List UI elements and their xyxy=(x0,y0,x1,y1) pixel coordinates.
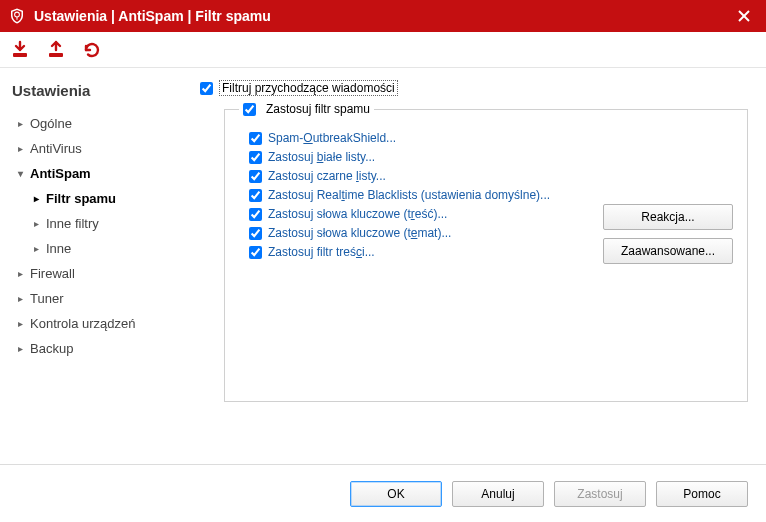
help-button[interactable]: Pomoc xyxy=(656,481,748,507)
app-shield-icon xyxy=(8,7,26,25)
nav-item-label: Filtr spamu xyxy=(46,191,116,206)
nav-item-og-lne[interactable]: ▸Ogólne xyxy=(12,111,178,136)
outbreak-shield-link[interactable]: Spam-OutbreakShield... xyxy=(268,131,396,145)
keywords-body-checkbox[interactable] xyxy=(249,208,262,221)
nav-item-label: Backup xyxy=(30,341,73,356)
rtbl-link[interactable]: Zastosuj Realtime Blacklists (ustawienia… xyxy=(268,188,550,202)
nav-item-label: Kontrola urządzeń xyxy=(30,316,136,331)
content-filter-link[interactable]: Zastosuj filtr treści... xyxy=(268,245,375,259)
svg-rect-4 xyxy=(13,53,27,57)
rtbl-checkbox[interactable] xyxy=(249,189,262,202)
sidebar: Ustawienia ▸Ogólne▸AntiVirus▾AntiSpam▸Fi… xyxy=(0,68,190,464)
window-title: Ustawienia | AntiSpam | Filtr spamu xyxy=(34,8,730,24)
nav-item-kontrola-urz-dze-[interactable]: ▸Kontrola urządzeń xyxy=(12,311,178,336)
keywords-subject-checkbox[interactable] xyxy=(249,227,262,240)
chevron-right-icon: ▸ xyxy=(30,243,42,254)
nav-item-firewall[interactable]: ▸Firewall xyxy=(12,261,178,286)
apply-button[interactable]: Zastosuj xyxy=(554,481,646,507)
chevron-right-icon: ▸ xyxy=(30,218,42,229)
svg-rect-1 xyxy=(16,17,17,20)
toolbar xyxy=(0,32,766,68)
reaction-button[interactable]: Reakcja... xyxy=(603,204,733,230)
nav-item-label: Firewall xyxy=(30,266,75,281)
chevron-right-icon: ▸ xyxy=(14,343,26,354)
nav-item-antispam[interactable]: ▾AntiSpam xyxy=(12,161,178,186)
nav-item-label: AntiSpam xyxy=(30,166,91,181)
keywords-subject-link[interactable]: Zastosuj słowa kluczowe (temat)... xyxy=(268,226,451,240)
nav-item-label: Ogólne xyxy=(30,116,72,131)
chevron-right-icon: ▸ xyxy=(14,293,26,304)
nav-item-label: Inne xyxy=(46,241,71,256)
nav-item-inne[interactable]: ▸Inne xyxy=(12,236,178,261)
titlebar: Ustawienia | AntiSpam | Filtr spamu xyxy=(0,0,766,32)
nav-item-label: AntiVirus xyxy=(30,141,82,156)
filter-incoming-checkbox[interactable] xyxy=(200,82,213,95)
keywords-body-link[interactable]: Zastosuj słowa kluczowe (treść)... xyxy=(268,207,447,221)
chevron-right-icon: ▸ xyxy=(14,143,26,154)
export-icon[interactable] xyxy=(44,38,68,62)
nav-item-tuner[interactable]: ▸Tuner xyxy=(12,286,178,311)
nav-item-antivirus[interactable]: ▸AntiVirus xyxy=(12,136,178,161)
whitelist-checkbox[interactable] xyxy=(249,151,262,164)
spam-filter-group: Zastosuj filtr spamu Spam-OutbreakShield… xyxy=(224,102,748,402)
blacklist-checkbox[interactable] xyxy=(249,170,262,183)
nav-item-inne-filtry[interactable]: ▸Inne filtry xyxy=(12,211,178,236)
apply-spam-filter-legend[interactable]: Zastosuj filtr spamu xyxy=(243,102,370,116)
apply-spam-filter-checkbox[interactable] xyxy=(243,103,256,116)
svg-rect-5 xyxy=(49,53,63,57)
close-button[interactable] xyxy=(730,2,758,30)
chevron-right-icon: ▸ xyxy=(14,318,26,329)
reset-icon[interactable] xyxy=(80,38,104,62)
advanced-button[interactable]: Zaawansowane... xyxy=(603,238,733,264)
content-panel: Filtruj przychodzące wiadomości Zastosuj… xyxy=(190,68,766,464)
outbreak-shield-checkbox[interactable] xyxy=(249,132,262,145)
nav-item-label: Tuner xyxy=(30,291,63,306)
import-icon[interactable] xyxy=(8,38,32,62)
nav-item-backup[interactable]: ▸Backup xyxy=(12,336,178,361)
ok-button[interactable]: OK xyxy=(350,481,442,507)
nav-item-label: Inne filtry xyxy=(46,216,99,231)
sidebar-heading: Ustawienia xyxy=(12,82,178,99)
chevron-right-icon: ▸ xyxy=(14,118,26,129)
body: Ustawienia ▸Ogólne▸AntiVirus▾AntiSpam▸Fi… xyxy=(0,68,766,464)
dialog-footer: OK Anuluj Zastosuj Pomoc xyxy=(0,464,766,522)
filter-incoming-label[interactable]: Filtruj przychodzące wiadomości xyxy=(219,80,398,96)
content-filter-checkbox[interactable] xyxy=(249,246,262,259)
apply-spam-filter-label: Zastosuj filtr spamu xyxy=(266,102,370,116)
blacklist-link[interactable]: Zastosuj czarne listy... xyxy=(268,169,386,183)
chevron-down-icon: ▾ xyxy=(14,168,26,179)
whitelist-link[interactable]: Zastosuj białe listy... xyxy=(268,150,375,164)
chevron-right-icon: ▸ xyxy=(30,193,42,204)
nav-item-filtr-spamu[interactable]: ▸Filtr spamu xyxy=(12,186,178,211)
chevron-right-icon: ▸ xyxy=(14,268,26,279)
cancel-button[interactable]: Anuluj xyxy=(452,481,544,507)
